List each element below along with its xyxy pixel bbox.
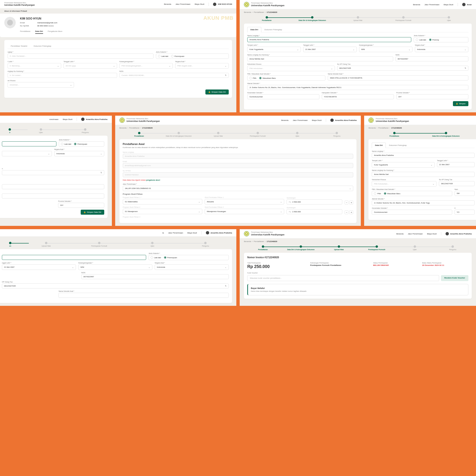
btn-redeem[interactable]: Reedem Kode Voucher: [441, 275, 468, 281]
nav-biaya[interactable]: Biaya Studi: [427, 233, 437, 235]
ptab-pendaftaran[interactable]: Pendaftaran: [20, 30, 31, 34]
nav-penerimaan[interactable]: enerimaan: [50, 118, 59, 120]
inp-kab[interactable]: YOGYAKARTA: [322, 94, 394, 99]
radio-as[interactable]: PilihMasukkan Baru: [247, 75, 325, 81]
sel-sp1[interactable]: Aktuaria: [205, 199, 284, 204]
nav-jalur[interactable]: Jalur Penerimaan: [175, 3, 190, 5]
btn-plus[interactable]: +: [349, 210, 353, 214]
inp-blank[interactable]: [2, 141, 56, 146]
btn-simpan[interactable]: Simpan Data Diri: [81, 210, 104, 215]
sel-tl[interactable]: Kota Yogyakarta: [247, 47, 301, 52]
inp-tgl[interactable]: 21 Mei 2007: [2, 264, 76, 270]
radio-jk[interactable]: Laki-lakiPerempuan: [59, 141, 104, 147]
inp-tgl[interactable]: dd mm yyyy: [64, 63, 117, 68]
sel-na[interactable]: Indonesia: [415, 47, 468, 52]
tab-pendidikan[interactable]: Pendidikan Terakhir: [8, 43, 31, 49]
nav-jalur[interactable]: Jalur Penerimaan: [408, 233, 423, 235]
btn-simpan[interactable]: Simpan: [453, 101, 468, 106]
inp-tgl[interactable]: 21 Mei 2007: [437, 162, 475, 167]
inp-blank[interactable]: [2, 255, 146, 260]
btn-plus[interactable]: +: [349, 201, 353, 204]
inp-kec[interactable]: Gondokusuman: [372, 210, 452, 215]
user-menu[interactable]: Amarillis Abra Pratistha: [206, 231, 232, 235]
sel-kw[interactable]: Pilih kewarganegaraan...: [119, 63, 173, 68]
nav-biaya[interactable]: Biaya Studi: [444, 3, 453, 6]
inp-kec[interactable]: Gondokusuman: [247, 94, 319, 99]
inp-blank2[interactable]: [2, 184, 104, 189]
sel-na[interactable]: Pilih negara asal...: [175, 63, 229, 68]
inp-kab[interactable]: YO: [455, 210, 475, 215]
inp-prov[interactable]: DIY: [396, 94, 468, 99]
sel-ps2[interactable]: S1 Manajemen: [123, 209, 202, 214]
nav-beranda[interactable]: Beranda: [281, 119, 289, 121]
user-menu[interactable]: KIM SOO HYUN: [213, 3, 232, 6]
user-menu[interactable]: Amarillis Abra Pratistha: [81, 118, 107, 121]
tab-dokumen[interactable]: Dokumen Pelengkap: [261, 27, 285, 32]
btn-minus[interactable]: −: [345, 210, 348, 214]
user-menu[interactable]: Amarillis Abra Pratistha: [445, 232, 472, 235]
nav-jalur[interactable]: Jalur Penerimaan: [168, 232, 183, 234]
inp-ns[interactable]: SMA STELLA DUCE 2 YOGYAKARTA: [328, 75, 468, 81]
inp-ibu[interactable]: h: Sri Lestari...: [8, 73, 117, 78]
sel-kw[interactable]: WNI: [359, 47, 413, 52]
nav-beranda[interactable]: Beranda: [413, 3, 420, 6]
sel-jalur[interactable]: JALUR USM GELOMBANG 01: [123, 186, 354, 191]
ptab-datadiri[interactable]: Data Diri: [35, 30, 43, 34]
inp-nisn[interactable]: Contoh: 00001232130348...: [119, 73, 229, 78]
inp-nisn[interactable]: 0074322967: [395, 56, 468, 61]
nav-biaya[interactable]: Biaya Studi: [195, 3, 204, 5]
sel-sp2[interactable]: Manajemen Keuangan: [205, 209, 284, 214]
radio-jk[interactable]: Laki-lakiPerempuan: [149, 255, 229, 260]
sel-kk[interactable]: Pilih kebutuhan...: [247, 66, 335, 71]
tab-dokumen[interactable]: Dokumen Pelengkap: [31, 43, 54, 49]
inp-al[interactable]: Jl. Doktor Sutomo No.16, Baciro, Kec. Go…: [247, 85, 468, 90]
sel-kk[interactable]: Pilih Kebutuhan...: [372, 181, 437, 187]
sel-kk[interactable]: ebutuhan...: [8, 82, 74, 87]
inp-n[interactable]: [2, 170, 104, 175]
inp-hp[interactable]: 08123427435: [439, 181, 475, 186]
inp-nm[interactable]: SM: [455, 191, 475, 196]
tab-datadiri[interactable]: Data Diri: [247, 27, 261, 32]
inp-nama[interactable]: h: Joko Gunawan...: [8, 53, 153, 59]
sel-na[interactable]: Indonesia: [54, 151, 104, 156]
nav-jalur[interactable]: Jalur Penerimaan: [424, 3, 439, 6]
inp-tgl[interactable]: 21 Mei 2007: [303, 47, 357, 52]
inp-nama[interactable]: Amarillis Abra Pratistha: [372, 153, 475, 158]
inp-prov[interactable]: DIY: [58, 203, 104, 208]
btn-simpan[interactable]: Simpan Data Diri: [205, 89, 229, 95]
inp-sb1[interactable]: Rp 2.500.000: [287, 200, 342, 204]
user-menu[interactable]: Amarillis Abra Pratistha: [330, 119, 357, 122]
radio-as[interactable]: PilihMasukkan Baru: [372, 191, 452, 196]
nav-beranda[interactable]: Beranda: [396, 233, 403, 235]
sel-na[interactable]: Indonesia: [155, 264, 229, 270]
nav-biaya[interactable]: Biaya Studi: [63, 118, 72, 120]
sel-ps1[interactable]: S1 Matematika: [123, 199, 202, 204]
inp-nisn[interactable]: 0074322967: [81, 274, 229, 279]
radio-jk[interactable]: Laki-lakiPeremp: [414, 37, 468, 42]
inp-nama[interactable]: Amarillis Abra Pratistha: [247, 37, 411, 42]
inp-al[interactable]: Jl. Doktor Sutomo No.16, Baciro, Kec. Go…: [372, 200, 475, 205]
inp-blank3[interactable]: [2, 193, 104, 199]
inp-hp[interactable]: 08123427435: [2, 284, 229, 289]
ptab-pengaturan[interactable]: Pengaturan Akun: [48, 30, 62, 34]
inp-ns[interactable]: [59, 293, 229, 298]
sel-tl[interactable]: h: Bandung...: [8, 63, 61, 68]
nav-beranda[interactable]: la: [162, 232, 164, 234]
link-pengaturan[interactable]: pengaturan akun!: [146, 179, 160, 181]
sel-blank[interactable]: [2, 151, 52, 156]
nav-beranda[interactable]: Beranda: [164, 3, 171, 5]
nav-biaya[interactable]: Biaya Studi: [187, 232, 197, 234]
tab-datadiri[interactable]: Data Diri: [372, 143, 386, 148]
inp-sb2[interactable]: Rp 2.500.000: [287, 209, 342, 214]
tab-dokumen[interactable]: Dokumen Pelengkap: [386, 143, 409, 148]
btn-minus[interactable]: −: [345, 201, 348, 204]
nav-jalur[interactable]: Jalur Penerimaan: [293, 119, 308, 121]
sel-tl[interactable]: Kota Yogyakarta: [372, 162, 434, 168]
inp-hp[interactable]: 08123427435: [337, 66, 468, 71]
nav-biaya[interactable]: Biaya Studi: [312, 119, 322, 121]
inp-ibu[interactable]: Anna Nikhita Sari: [372, 172, 475, 177]
sel-kw[interactable]: WNI: [78, 264, 152, 270]
inp-voucher[interactable]: Masukan kode voucher pendaftaran...: [247, 275, 439, 281]
radio-jk[interactable]: Laki-lakiPerempuan: [156, 53, 229, 59]
user-menu[interactable]: Amar: [462, 3, 472, 6]
